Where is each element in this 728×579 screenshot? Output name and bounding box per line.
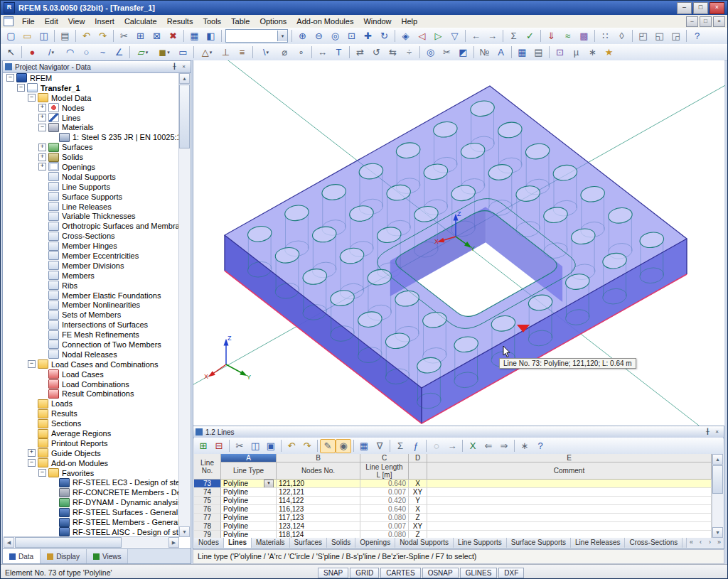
tree-expander[interactable]: + [38, 144, 46, 151]
tree-item-line-releases[interactable]: Line Releases [4, 202, 179, 212]
tree-item-results[interactable]: Results [4, 408, 179, 418]
cell-line-type-78[interactable]: Polyline [221, 522, 277, 531]
navigator-tab-views[interactable]: Views [87, 549, 129, 563]
tree-item-rf-steel-surfaces-general-stress-analysis[interactable]: RF-STEEL Surfaces - General stress analy… [4, 507, 179, 517]
view-mode-button[interactable]: ◉ [336, 439, 351, 453]
tree-item-load-cases-and-combinations[interactable]: −Load Cases and Combinations [4, 359, 179, 369]
cell-nodes-75[interactable]: 114,122 [277, 497, 360, 505]
row-number-79[interactable]: 79 [194, 531, 221, 538]
tree-item-model-data[interactable]: −Model Data [4, 93, 179, 103]
tree-item-member-elastic-foundations[interactable]: Member Elastic Foundations [4, 291, 179, 301]
clipping-plane-button[interactable]: ✂ [439, 45, 455, 60]
cell-axis-77[interactable]: Z [409, 514, 427, 522]
menu-add-on-modules[interactable]: Add-on Modules [291, 16, 358, 27]
cell-length-78[interactable]: 0.007 [360, 522, 409, 531]
insert-arc-button[interactable]: ◠ [62, 45, 78, 60]
fe-mesh-button[interactable]: ▩ [576, 28, 592, 43]
mdi-close-button[interactable]: × [713, 16, 725, 27]
cell-comment-76[interactable] [427, 505, 712, 514]
menu-calculate[interactable]: Calculate [119, 16, 162, 27]
pan-button[interactable]: ✚ [360, 28, 376, 43]
tab-scroll-arrow-0[interactable]: « [687, 538, 696, 548]
tree-item-rf-steel-ec3-design-of-steel-members[interactable]: RF-STEEL EC3 - Design of steel members [4, 478, 179, 488]
insert-line-button[interactable]: /▾ [41, 45, 62, 60]
cell-comment-78[interactable] [427, 522, 712, 531]
navigator-tab-data[interactable]: Data [3, 549, 41, 563]
toggle-dxf[interactable]: DXF [498, 568, 524, 578]
tree-item-load-combinations[interactable]: Load Combinations [4, 379, 179, 389]
tree-item-ribs[interactable]: Ribs [4, 281, 179, 291]
menu-file[interactable]: File [17, 16, 40, 27]
member-hinge-button[interactable]: ∘ [293, 45, 309, 60]
tree-item-transfer-1[interactable]: −Transfer_1 [4, 83, 179, 93]
toggle-osnap[interactable]: OSNAP [422, 568, 459, 578]
background-button[interactable]: ◲ [668, 28, 684, 43]
select-pointer-button[interactable]: ↖ [3, 45, 19, 60]
navigator-vertical-scrollbar[interactable]: ▲ ▼ [178, 73, 190, 537]
row-number-73[interactable]: 73 [194, 480, 221, 488]
menu-insert[interactable]: Insert [90, 16, 119, 27]
line-support-button[interactable]: ⊥ [218, 45, 234, 60]
help-button[interactable]: ? [689, 28, 705, 43]
tree-item-member-eccentricities[interactable]: Member Eccentricities [4, 251, 179, 261]
view-in-x-button[interactable]: ◁ [414, 28, 430, 43]
tree-expander[interactable]: − [28, 459, 36, 467]
zoom-out-button[interactable]: ⊖ [311, 28, 327, 43]
tree-item-openings[interactable]: +Openings [4, 162, 179, 172]
printout-report-button[interactable]: ▤ [530, 45, 547, 60]
tree-item-guide-objects[interactable]: +Guide Objects [4, 448, 179, 458]
open-model-button[interactable]: ▭ [19, 28, 36, 43]
dimension-button[interactable]: ↔ [314, 45, 331, 60]
table-tab-materials[interactable]: Materials [252, 538, 290, 548]
menu-window[interactable]: Window [358, 16, 396, 27]
tree-expander[interactable]: + [38, 104, 46, 112]
units-settings-button[interactable]: µ [568, 45, 584, 60]
view-in-y-button[interactable]: ▷ [430, 28, 446, 43]
zoom-all-button[interactable]: ◎ [327, 28, 343, 43]
cell-axis-74[interactable]: XY [409, 488, 427, 497]
insert-text-button[interactable]: T [331, 45, 347, 60]
table-tab-line-releases[interactable]: Line Releases [571, 538, 625, 548]
toggle-snap[interactable]: SNAP [318, 568, 348, 578]
print-button[interactable]: ▤ [57, 28, 73, 43]
tree-item-load-cases[interactable]: Load Cases [4, 369, 179, 379]
cell-axis-76[interactable]: X [409, 505, 427, 514]
table-tab-nodes[interactable]: Nodes [194, 538, 224, 548]
numbering-button[interactable]: № [476, 45, 493, 60]
insert-circle-button[interactable]: ○ [78, 45, 95, 60]
tree-item-sections[interactable]: Sections [4, 418, 179, 428]
insert-member-button[interactable]: \▾ [255, 45, 277, 60]
divide-line-button[interactable]: ÷ [401, 45, 417, 60]
tree-item-result-combinations[interactable]: Result Combinations [4, 389, 179, 399]
insert-polyline-button[interactable]: ∠ [111, 45, 127, 60]
cell-nodes-77[interactable]: 117,123 [277, 514, 360, 522]
column-letter-c[interactable]: C [360, 454, 409, 462]
save-model-button[interactable]: ◫ [36, 28, 52, 43]
tree-item-members[interactable]: Members [4, 271, 179, 281]
minimize-button[interactable]: – [677, 2, 692, 14]
tree-item-nodes[interactable]: +Nodes [4, 103, 179, 113]
view-isometric-button[interactable]: ◈ [397, 28, 414, 43]
insert-spline-button[interactable]: ~ [95, 45, 111, 60]
undo-button[interactable]: ↶ [78, 28, 95, 43]
import-button[interactable]: ⇐ [481, 439, 496, 453]
tree-item-1-steel-s-235-jr-en-10025-1994-03[interactable]: 1: Steel S 235 JR | EN 10025:1994-03 [4, 132, 179, 142]
visibility-modes-button[interactable]: ◎ [422, 45, 439, 60]
paste-button[interactable]: ⊠ [149, 28, 165, 43]
table-tab-nodal-supports[interactable]: Nodal Supports [395, 538, 454, 548]
cut-button[interactable]: ✂ [232, 439, 247, 453]
table-tab-surfaces[interactable]: Surfaces [290, 538, 327, 548]
cell-comment-74[interactable] [427, 488, 712, 497]
cell-nodes-73[interactable]: 121,120 [277, 480, 360, 488]
tree-item-add-on-modules[interactable]: −Add-on Modules [4, 458, 179, 468]
calculate-all-button[interactable]: Σ [505, 28, 522, 43]
cell-axis-78[interactable]: XY [409, 522, 427, 531]
column-header-d[interactable] [409, 462, 427, 480]
zoom-window-button[interactable]: ⊡ [343, 28, 360, 43]
tree-item-surface-supports[interactable]: Surface Supports [4, 192, 179, 202]
nodal-support-button[interactable]: △▾ [196, 45, 218, 60]
tree-item-orthotropic-surfaces-and-membranes[interactable]: Orthotropic Surfaces and Membranes [4, 221, 179, 231]
move-copy-button[interactable]: ⇄ [352, 45, 368, 60]
table-tab-line-supports[interactable]: Line Supports [454, 538, 507, 548]
tree-expander[interactable]: − [38, 124, 46, 131]
